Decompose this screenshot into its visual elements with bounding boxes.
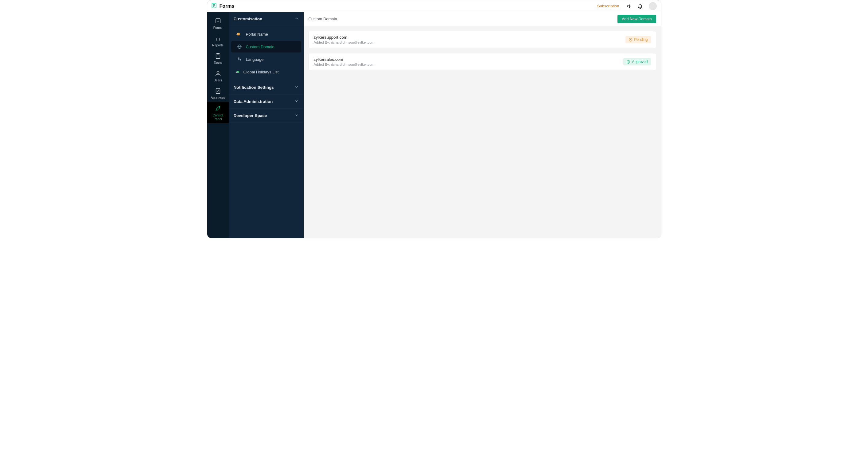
top-bar: Forms Subscription: [207, 0, 661, 12]
main-panel: Custom Domain Add New Domain zylkersuppo…: [304, 12, 661, 238]
calendar-icon: 31: [237, 69, 242, 74]
rail-label: Tasks: [209, 61, 227, 64]
domain-list: zylkersupport.com Added By: richardjohns…: [304, 26, 661, 80]
customisation-subitems: Portal Name Custom Domain Language: [229, 26, 304, 81]
section-title: Notification Settings: [234, 85, 274, 90]
rail-item-users[interactable]: Users: [207, 67, 229, 85]
sidebar-section-data-administration[interactable]: Data Administration: [229, 95, 304, 109]
rail-label: Reports: [209, 43, 227, 47]
clock-icon: [628, 38, 632, 42]
sidebar-section-developer-space[interactable]: Developer Space: [229, 109, 304, 123]
status-badge-approved: Approved: [623, 58, 651, 65]
language-icon: [237, 57, 242, 62]
sidebar-section-notification-settings[interactable]: Notification Settings: [229, 81, 304, 95]
sidebar-item-label: Language: [246, 57, 264, 62]
forms-logo-icon: [211, 2, 217, 10]
status-label: Approved: [632, 60, 648, 64]
chevron-down-icon: [294, 113, 299, 118]
rail-label: Users: [209, 78, 227, 82]
chevron-up-icon: [294, 16, 299, 22]
domain-card[interactable]: zylkersales.com Added By: richardjohnson…: [309, 53, 656, 70]
sidebar-item-label: Portal Name: [246, 32, 268, 36]
rail-item-tasks[interactable]: Tasks: [207, 50, 229, 67]
sidebar-section-customisation[interactable]: Customisation: [229, 12, 304, 26]
portal-name-icon: [237, 31, 242, 37]
sidebar-item-language[interactable]: Language: [231, 54, 301, 65]
add-new-domain-button[interactable]: Add New Domain: [617, 15, 656, 23]
subscription-link[interactable]: Subscription: [597, 4, 619, 8]
rail-item-reports[interactable]: Reports: [207, 32, 229, 50]
chevron-down-icon: [294, 99, 299, 104]
domain-name: zylkersales.com: [314, 57, 624, 62]
main-header: Custom Domain Add New Domain: [304, 12, 661, 26]
sidebar-item-label: Custom Domain: [246, 44, 275, 49]
status-badge-pending: Pending: [625, 36, 651, 43]
nav-rail: Forms Reports Tasks Users: [207, 12, 229, 238]
sidebar-item-global-holidays[interactable]: 31 Global Holidays List: [231, 66, 301, 78]
section-title: Data Administration: [234, 99, 273, 104]
svg-point-20: [627, 60, 630, 63]
user-avatar[interactable]: [649, 2, 657, 10]
app-title: Forms: [220, 3, 235, 9]
reports-icon: [209, 35, 227, 42]
section-title: Developer Space: [234, 113, 267, 118]
section-title: Customisation: [234, 17, 262, 21]
control-panel-icon: [209, 105, 227, 112]
domain-added-by: Added By: richardjohnson@zylker.com: [314, 40, 626, 44]
notification-bell-icon[interactable]: [636, 2, 644, 10]
settings-sidebar: Customisation Portal Name C: [229, 12, 304, 238]
rail-label: Control Panel: [209, 113, 227, 121]
globe-icon: [237, 44, 242, 50]
chevron-down-icon: [294, 85, 299, 90]
status-label: Pending: [634, 37, 648, 42]
sidebar-item-label: Global Holidays List: [244, 70, 279, 74]
app-window: Forms Subscription Forms: [207, 0, 661, 238]
app-logo-block: Forms: [211, 2, 235, 10]
domain-name: zylkersupport.com: [314, 35, 626, 40]
page-title: Custom Domain: [309, 17, 337, 21]
users-icon: [209, 70, 227, 77]
svg-rect-4: [216, 19, 220, 23]
forms-icon: [209, 17, 227, 25]
rail-label: Forms: [209, 26, 227, 29]
sidebar-item-custom-domain[interactable]: Custom Domain: [231, 41, 301, 53]
announcement-icon[interactable]: [625, 2, 633, 10]
rail-item-approvals[interactable]: Approvals: [207, 85, 229, 102]
rail-label: Approvals: [209, 96, 227, 99]
domain-card[interactable]: zylkersupport.com Added By: richardjohns…: [309, 31, 656, 48]
rail-item-forms[interactable]: Forms: [207, 14, 229, 32]
check-circle-icon: [626, 60, 630, 64]
approvals-icon: [209, 87, 227, 95]
tasks-icon: [209, 52, 227, 60]
domain-added-by: Added By: richardjohnson@zylker.com: [314, 63, 624, 66]
svg-point-11: [217, 71, 219, 73]
svg-point-13: [219, 106, 220, 107]
sidebar-item-portal-name[interactable]: Portal Name: [231, 28, 301, 40]
rail-item-control-panel[interactable]: Control Panel: [207, 102, 229, 123]
